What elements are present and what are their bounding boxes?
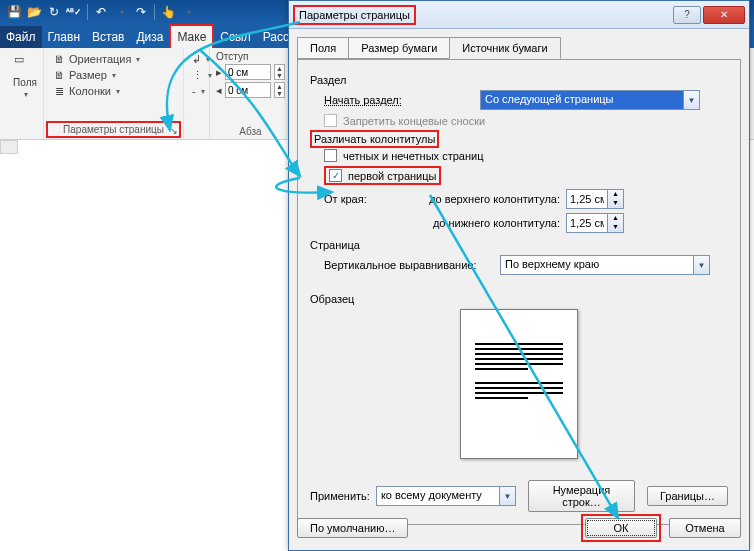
page-setup-group-label: Параметры страницы	[46, 121, 181, 138]
spin-up[interactable]: ▲	[275, 83, 284, 90]
redo-icon[interactable]: ↷	[132, 3, 150, 21]
indent-left-icon: ▸	[216, 66, 222, 79]
start-section-label: Начать раздел:	[324, 94, 474, 106]
undo-dropdown[interactable]	[112, 3, 130, 21]
size-button[interactable]: 🗎 Размер	[50, 67, 177, 83]
borders-button[interactable]: Границы…	[647, 486, 728, 506]
dialog-title: Параметры страницы	[293, 5, 416, 25]
dialog-titlebar[interactable]: Параметры страницы ? ✕	[289, 1, 749, 29]
from-edge-label: От края:	[324, 193, 384, 205]
spin-down[interactable]: ▼	[608, 199, 623, 208]
indent-right-icon: ◂	[216, 84, 222, 97]
columns-button[interactable]: ≣ Колонки	[50, 83, 177, 99]
document-area	[0, 140, 288, 551]
orientation-icon: 🗎	[52, 52, 66, 66]
first-page-label: первой страницы	[348, 170, 436, 182]
paragraph-group-label: Абза	[214, 126, 287, 137]
size-label: Размер	[69, 69, 107, 81]
help-button[interactable]: ?	[673, 6, 701, 24]
chevron-down-icon[interactable]: ▼	[499, 487, 515, 505]
section-label: Раздел	[310, 74, 728, 86]
margins-button[interactable]: ▭ Поля	[6, 51, 44, 101]
apply-to-value: ко всему документу	[377, 487, 499, 505]
spin-down[interactable]: ▼	[608, 223, 623, 232]
footer-distance-input[interactable]: ▲▼	[566, 213, 624, 233]
close-button[interactable]: ✕	[703, 6, 745, 24]
page-label: Страница	[310, 239, 728, 251]
cancel-button[interactable]: Отмена	[669, 518, 741, 538]
tab-insert[interactable]: Встав	[86, 26, 130, 48]
valign-value: По верхнему краю	[501, 256, 693, 274]
breaks-icon: ↲	[192, 52, 201, 66]
tab-layout[interactable]: Маке	[169, 24, 214, 48]
save-icon[interactable]: 💾	[5, 3, 23, 21]
line-numbers-dialog-button[interactable]: Нумерация строк…	[528, 480, 635, 512]
to-footer-label: до нижнего колонтитула:	[390, 217, 560, 229]
margins-label: Поля	[13, 77, 37, 88]
suppress-endnotes-label: Запретить концевые сноски	[343, 115, 485, 127]
ruler-corner	[0, 140, 18, 154]
apply-to-label: Применить:	[310, 490, 370, 502]
chevron-down-icon[interactable]: ▼	[683, 91, 699, 109]
indent-left-control[interactable]: ▸ ▲▼	[216, 64, 297, 80]
size-icon: 🗎	[52, 68, 66, 82]
odd-even-label: четных и нечетных страниц	[343, 150, 483, 162]
page-setup-dialog: Параметры страницы ? ✕ Поля Размер бумаг…	[288, 0, 750, 551]
indent-right-control[interactable]: ◂ ▲▼	[216, 82, 297, 98]
ok-button[interactable]: ОК	[585, 518, 657, 538]
spellcheck-icon[interactable]: ᴬᴮ✓	[65, 3, 83, 21]
spin-up[interactable]: ▲	[608, 214, 623, 223]
spin-up[interactable]: ▲	[608, 190, 623, 199]
odd-even-checkbox[interactable]	[324, 149, 337, 162]
header-distance-field[interactable]	[567, 190, 607, 208]
start-section-combo[interactable]: Со следующей страницы ▼	[480, 90, 700, 110]
suppress-endnotes-checkbox	[324, 114, 337, 127]
qat-customize-dropdown[interactable]	[179, 3, 197, 21]
refresh-icon[interactable]: ↻	[45, 3, 63, 21]
dialog-tab-paper[interactable]: Размер бумаги	[348, 37, 450, 59]
margins-icon: ▭	[14, 53, 36, 75]
hyphenation-button[interactable]: ‐	[190, 83, 203, 99]
tab-design[interactable]: Диза	[130, 26, 169, 48]
valign-combo[interactable]: По верхнему краю ▼	[500, 255, 710, 275]
sample-label: Образец	[310, 293, 728, 305]
chevron-down-icon[interactable]: ▼	[693, 256, 709, 274]
spin-down[interactable]: ▼	[275, 72, 284, 79]
header-distance-input[interactable]: ▲▼	[566, 189, 624, 209]
indent-label: Отступ	[216, 51, 297, 62]
touch-mode-icon[interactable]: 👆	[159, 3, 177, 21]
hyphenation-icon: ‐	[192, 84, 196, 98]
tab-home[interactable]: Главн	[42, 26, 87, 48]
columns-icon: ≣	[52, 84, 66, 98]
spin-down[interactable]: ▼	[275, 90, 284, 97]
indent-left-input[interactable]	[225, 64, 271, 80]
defaults-button[interactable]: По умолчанию…	[297, 518, 408, 538]
undo-icon[interactable]: ↶	[92, 3, 110, 21]
orientation-label: Ориентация	[69, 53, 131, 65]
page-setup-launcher[interactable]: ↘	[170, 126, 180, 136]
valign-label: Вертикальное выравнивание:	[324, 259, 494, 271]
orientation-button[interactable]: 🗎 Ориентация	[50, 51, 177, 67]
footer-distance-field[interactable]	[567, 214, 607, 232]
dialog-tab-fields[interactable]: Поля	[297, 37, 349, 59]
page-preview	[460, 309, 578, 459]
breaks-button[interactable]: ↲	[190, 51, 203, 67]
start-section-value: Со следующей страницы	[481, 91, 683, 109]
spin-up[interactable]: ▲	[275, 65, 284, 72]
open-icon[interactable]: 📂	[25, 3, 43, 21]
tab-references[interactable]: Ссыл	[214, 26, 256, 48]
first-page-checkbox[interactable]: ✓	[329, 169, 342, 182]
headers-footers-label: Различать колонтитулы	[310, 130, 439, 148]
to-header-label: до верхнего колонтитула:	[390, 193, 560, 205]
indent-right-input[interactable]	[225, 82, 271, 98]
columns-label: Колонки	[69, 85, 111, 97]
line-numbers-button[interactable]: ⋮	[190, 67, 203, 83]
dialog-tabs: Поля Размер бумаги Источник бумаги	[289, 29, 749, 59]
dialog-tab-source[interactable]: Источник бумаги	[449, 37, 560, 59]
line-numbers-icon: ⋮	[192, 68, 203, 82]
apply-to-combo[interactable]: ко всему документу ▼	[376, 486, 516, 506]
tab-file[interactable]: Файл	[0, 26, 42, 48]
dialog-body: Раздел Начать раздел: Со следующей стран…	[297, 59, 741, 525]
